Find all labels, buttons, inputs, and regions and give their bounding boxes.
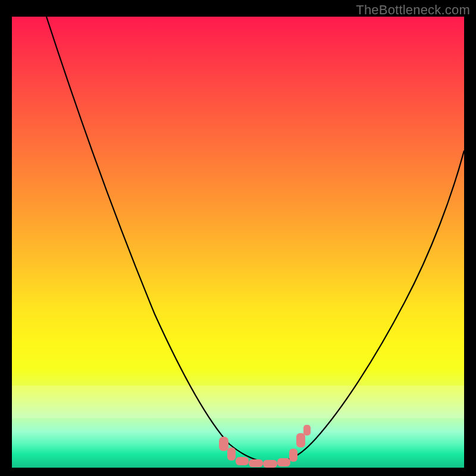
trough-marker	[303, 425, 311, 436]
watermark-text: TheBottleneck.com	[356, 2, 470, 18]
pale-band	[12, 386, 464, 418]
trough-marker	[289, 449, 298, 462]
trough-marker	[219, 437, 228, 451]
trough-marker	[263, 460, 277, 468]
curve-overlay	[12, 17, 464, 468]
trough-marker	[296, 433, 305, 447]
plot-area	[12, 17, 464, 468]
trough-marker	[277, 458, 290, 466]
trough-marker	[236, 457, 249, 465]
trough-marker	[227, 447, 236, 461]
chart-frame: TheBottleneck.com	[0, 0, 476, 476]
trough-marker	[249, 459, 263, 467]
